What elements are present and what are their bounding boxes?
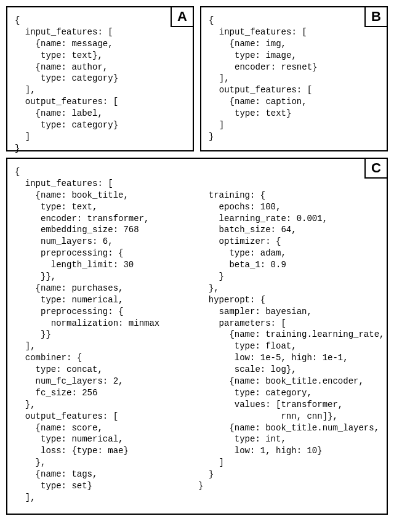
- panel-label-c: C: [364, 158, 388, 179]
- panel-label-b: B: [364, 6, 388, 27]
- panel-a: A { input_features: [ {name: message, ty…: [6, 6, 194, 151]
- panel-b: B { input_features: [ {name: img, type: …: [200, 6, 388, 151]
- panel-c: C { input_features: [ {name: book_title,…: [6, 158, 388, 515]
- code-block-c-right: training: { epochs: 100, learning_rate: …: [198, 166, 382, 504]
- code-block-b: { input_features: [ {name: img, type: im…: [201, 7, 387, 148]
- code-block-a: { input_features: [ {name: message, type…: [7, 7, 193, 159]
- panel-label-a: A: [171, 6, 194, 27]
- code-block-c-left: { input_features: [ {name: book_title, t…: [15, 166, 198, 504]
